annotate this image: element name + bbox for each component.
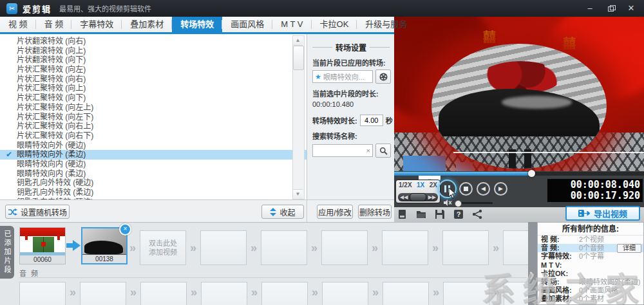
export-icon (578, 209, 590, 217)
menu-bar: 视 频音 频字幕特效叠加素材转场特效画面风格M T V卡拉OK升级与服务 (0, 17, 394, 34)
search-transition-input[interactable] (313, 146, 372, 155)
added-clips-tab[interactable]: 已添加片段 (0, 226, 14, 279)
empty-audio-slot[interactable] (80, 282, 126, 305)
transition-list-item[interactable]: 片状翻滚特效 (向右) (0, 37, 307, 46)
empty-audio-slot[interactable] (201, 282, 247, 305)
empty-video-slot[interactable] (382, 230, 428, 265)
empty-audio-slot[interactable] (383, 282, 429, 305)
menu-tab[interactable]: 卡拉OK (312, 17, 357, 32)
transition-list-item[interactable]: 片状汇聚特效 (向下) (0, 93, 307, 103)
empty-video-slot[interactable] (442, 230, 489, 265)
menu-tab[interactable]: 画面风格 (222, 17, 272, 32)
transition-list-item[interactable]: 片状翻滚特效 (向上) (0, 46, 307, 56)
scroll-down-icon[interactable]: ▼ (293, 189, 303, 199)
next-frame-button[interactable]: ▶ (494, 182, 507, 196)
empty-video-slot[interactable] (200, 230, 247, 265)
maximize-button[interactable] (605, 3, 616, 14)
mute-icon[interactable] (444, 199, 452, 206)
transition-list-item[interactable]: 眼睛特效向外 (硬边) (0, 141, 307, 151)
clip-thumbnail-1[interactable]: 00060 (19, 227, 66, 264)
transition-list-item[interactable]: 片状汇聚特效 (向左上) (0, 103, 307, 113)
transition-length-input[interactable] (360, 115, 383, 126)
transition-list-item[interactable]: 片状汇聚特效 (向右下) (0, 131, 307, 141)
transition-picker-button[interactable] (375, 69, 391, 84)
empty-audio-slot[interactable] (443, 282, 489, 305)
chevron-separator-icon: » (251, 286, 258, 299)
detail-button[interactable]: 详细 (617, 244, 641, 253)
delete-transition-button[interactable]: 删除转场 (358, 205, 392, 219)
transition-list-item[interactable]: 片状汇聚特效 (向上) (0, 84, 307, 93)
forward-icon[interactable]: ▶▶ (428, 194, 436, 200)
transition-list-item[interactable]: 钥匙孔向外特效 (柔边) (0, 188, 307, 198)
transition-list-item[interactable]: 片状汇聚特效 (向右) (0, 75, 307, 84)
film-reel-icon (379, 73, 388, 81)
chevron-separator-icon: » (433, 286, 439, 299)
list-scrollbar[interactable]: ▲ ▼ (292, 35, 305, 199)
save-icon[interactable] (435, 209, 445, 219)
speed-option[interactable]: 1/2X (399, 181, 412, 189)
volume-slider[interactable] (455, 202, 493, 204)
empty-audio-slot[interactable] (140, 282, 187, 305)
menu-tab[interactable]: 音 频 (36, 17, 72, 32)
transition-list-item[interactable]: 片状汇聚特效 (向左) (0, 65, 307, 75)
transition-list-item[interactable]: 眼睛特效向内 (柔边) (0, 169, 307, 179)
empty-audio-slot[interactable] (19, 282, 66, 305)
transition-list-item[interactable]: 片状汇聚特效 (向右上) (0, 122, 307, 131)
search-button[interactable] (375, 143, 391, 158)
clear-icon[interactable]: × (366, 147, 370, 154)
rewind-icon[interactable]: ◀◀ (400, 194, 408, 200)
share-icon[interactable] (472, 209, 482, 219)
help-icon[interactable]: ? (453, 209, 464, 219)
random-transition-button[interactable]: 设置随机转场 (5, 205, 70, 219)
transition-list-item[interactable]: 片状翻滚特效 (向下) (0, 55, 307, 65)
seek-knob[interactable] (528, 170, 535, 177)
current-time: 00:00:08.040 (550, 180, 640, 190)
empty-audio-slot[interactable] (322, 282, 368, 305)
open-folder-icon[interactable] (416, 209, 426, 219)
empty-video-slot[interactable] (261, 230, 307, 265)
title-bar: ✂ 爱剪辑 最易用、强大的视频剪辑软件 – ✕ (0, 0, 644, 17)
volume-knob[interactable] (455, 200, 462, 207)
applied-transition-field[interactable]: ★ 眼睛特效向... (312, 70, 373, 83)
double-happiness-glyph: 囍 (483, 27, 496, 46)
shuttle-slider[interactable]: ◀◀ ▶▶ (398, 193, 438, 201)
chevron-separator-icon: » (191, 286, 197, 299)
menu-tab[interactable]: 叠加素材 (122, 17, 172, 32)
expand-panel-icon[interactable]: ❯ (529, 271, 535, 279)
new-project-icon[interactable] (397, 209, 408, 219)
scrollbar-thumb[interactable] (293, 46, 304, 70)
info-row: M T V: (538, 261, 643, 270)
transition-list-item[interactable]: 片状汇聚特效 (向左下) (0, 113, 307, 122)
transition-list-item[interactable]: 钥匙孔向外特效 (硬边) (0, 178, 307, 188)
apply-modify-button[interactable]: 应用/修改 (317, 205, 353, 219)
stop-button[interactable] (459, 182, 473, 196)
minimize-button[interactable]: – (585, 3, 595, 14)
empty-audio-slot[interactable] (504, 282, 528, 305)
collapse-button[interactable]: 收起 (261, 205, 304, 219)
menu-tab[interactable]: 转场特效 (172, 17, 222, 32)
info-row: 画面风格: 0个画面风格 (538, 286, 643, 295)
speed-option[interactable]: 2X (430, 181, 437, 189)
empty-video-slot[interactable] (321, 230, 368, 265)
transition-list-item[interactable]: 眼睛特效向外 (柔边) (0, 150, 307, 160)
shuttle-knob[interactable] (410, 193, 426, 201)
menu-tab[interactable]: 升级与服务 (357, 17, 415, 32)
empty-audio-slot[interactable] (261, 282, 308, 305)
scroll-up-icon[interactable]: ▲ (293, 36, 303, 46)
menu-underline (0, 32, 394, 34)
transition-arrow-icon[interactable] (66, 240, 80, 251)
volume-control (444, 199, 493, 206)
clip-thumbnail-2-selected[interactable]: 00138 × (81, 227, 128, 264)
speed-option[interactable]: 1X (417, 181, 424, 189)
info-row: 字幕特效: 0个字幕 (538, 252, 643, 261)
close-button[interactable]: ✕ (626, 3, 636, 14)
chevron-separator-icon: » (129, 241, 136, 255)
export-video-button[interactable]: 导出视频 (565, 206, 640, 221)
menu-tab[interactable]: 字幕特效 (71, 17, 122, 32)
menu-tab[interactable]: M T V (272, 17, 311, 32)
menu-tab[interactable]: 视 频 (0, 17, 36, 32)
prev-frame-button[interactable]: ◀ (477, 182, 490, 196)
empty-video-slot[interactable]: 双击此处 添加视频 (140, 230, 186, 265)
transition-list-item[interactable]: 眼睛特效向内 (硬边) (0, 160, 307, 169)
empty-video-slot[interactable] (503, 230, 528, 265)
